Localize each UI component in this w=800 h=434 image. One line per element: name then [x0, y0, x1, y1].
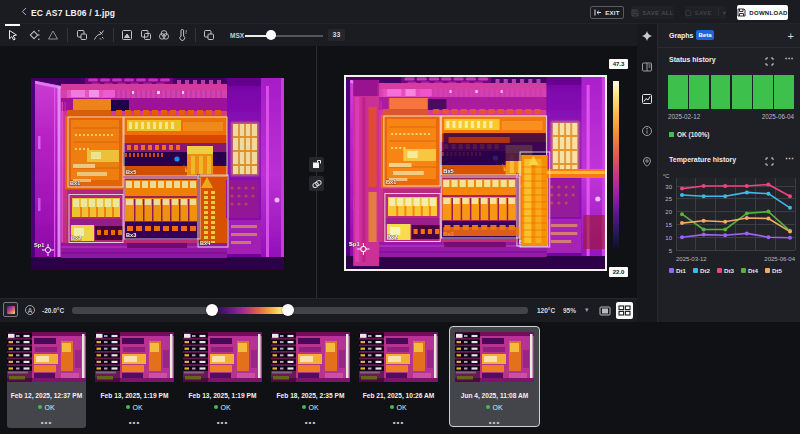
svg-text:Sp1: Sp1 — [349, 241, 359, 247]
svg-text:30: 30 — [665, 184, 672, 190]
svg-text:10: 10 — [665, 235, 672, 241]
svg-text:5: 5 — [669, 248, 673, 254]
svg-text:2025-06-04: 2025-06-04 — [764, 256, 795, 262]
svg-text:20: 20 — [665, 209, 672, 215]
svg-text:°C: °C — [663, 173, 670, 179]
svg-text:25: 25 — [665, 196, 672, 202]
svg-text:15: 15 — [665, 222, 672, 228]
svg-text:2025-03-12: 2025-03-12 — [676, 256, 707, 262]
